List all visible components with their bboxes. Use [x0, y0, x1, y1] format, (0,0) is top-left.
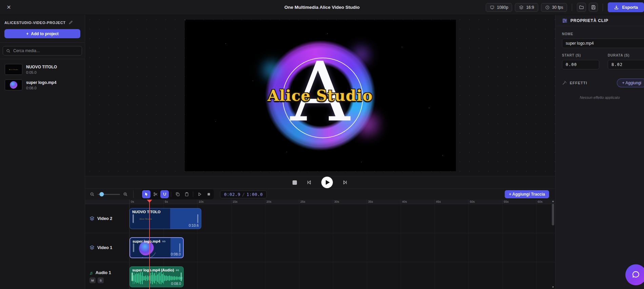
clip-name-input[interactable]	[562, 39, 644, 48]
trim-handle-left[interactable]	[132, 272, 133, 281]
media-name: NUOVO TITOLO	[26, 65, 57, 69]
timeline: 0s 5s 10s 15s 20s 25s 30s 35s 40s 45s 50…	[85, 200, 555, 289]
media-item-logo-video[interactable]: super logo.mp4 0:08.0	[4, 79, 81, 91]
preview-stop-button[interactable]	[204, 190, 213, 198]
cursor-icon	[144, 192, 149, 197]
clip-super-logo-audio[interactable]: super logo.mp4 (Audio) 0:08.0	[129, 266, 184, 287]
trim-handle-right[interactable]	[179, 243, 181, 252]
ruler-tick: 10s	[199, 200, 204, 203]
resolution-select[interactable]: 1080p	[486, 3, 512, 12]
panel-title: PROPRIETÀ CLIP	[570, 18, 608, 23]
layers-icon	[519, 5, 524, 10]
add-to-project-label: Add to project	[31, 31, 58, 36]
zoom-in-icon[interactable]	[123, 192, 128, 197]
preview-play-button[interactable]	[195, 190, 204, 198]
media-item-title[interactable]: Alice Studio NUOVO TITOLO 0:05.0	[4, 63, 81, 75]
link-icon	[162, 240, 166, 243]
copy-button[interactable]	[173, 190, 182, 198]
paste-button[interactable]	[182, 190, 191, 198]
playhead-handle[interactable]	[147, 200, 152, 203]
timecode-current: 0:02.9	[224, 192, 240, 197]
timeline-ruler[interactable]: 0s 5s 10s 15s 20s 25s 30s 35s 40s 45s 50…	[85, 200, 555, 204]
ruler-tick: 25s	[300, 200, 305, 203]
preview-area: A Alice Studio	[85, 15, 555, 176]
skip-start-button[interactable]	[306, 179, 312, 185]
cut-tool-button[interactable]	[151, 190, 160, 198]
trim-handle-left[interactable]	[133, 214, 134, 223]
add-track-button[interactable]: + Aggiungi Traccia	[505, 190, 549, 198]
media-thumbnail: Alice Studio	[5, 64, 22, 75]
chat-bubble-icon	[631, 270, 641, 280]
aspect-ratio-select[interactable]: 16:9	[515, 3, 538, 12]
clip-super-logo[interactable]: super logo.mp4 0:08.0	[129, 237, 184, 258]
track-audio-1: ♫ Audio 1 M S super logo.mp4 (Audio)	[85, 262, 555, 289]
ruler-tick: 0s	[131, 200, 134, 203]
play-outline-icon	[197, 192, 202, 197]
scrollbar-thumb[interactable]	[552, 204, 554, 225]
paste-icon	[184, 192, 189, 197]
download-icon	[614, 5, 619, 10]
solo-button[interactable]: S	[98, 277, 104, 283]
media-duration: 0:05.0	[26, 70, 57, 74]
mute-button[interactable]: M	[89, 277, 96, 283]
clip-start-input[interactable]	[562, 60, 599, 69]
magnet-icon	[162, 192, 167, 197]
scroll-up-arrow[interactable]: ▲	[552, 200, 555, 203]
save-project-button[interactable]	[589, 3, 598, 12]
scroll-down-arrow[interactable]: ▼	[552, 286, 555, 289]
zoom-out-icon[interactable]	[90, 192, 95, 197]
ruler-tick: 40s	[402, 200, 407, 203]
zoom-slider[interactable]	[98, 194, 120, 195]
snap-tool-button[interactable]	[160, 190, 169, 198]
stop-button[interactable]	[293, 180, 297, 185]
divider	[133, 191, 134, 198]
monitor-icon	[490, 5, 495, 10]
ruler-tick: 20s	[266, 200, 271, 203]
ruler-tick: 55s	[504, 200, 509, 203]
select-tool-button[interactable]	[142, 190, 150, 198]
zoom-slider-knob[interactable]	[100, 192, 104, 197]
clip-duration: 0:08.0	[171, 252, 181, 256]
trim-handle-right[interactable]	[197, 214, 199, 223]
clip-label: super logo.mp4 (Audio)	[132, 268, 174, 272]
ruler-tick: 15s	[233, 200, 238, 203]
trim-handle-right[interactable]	[181, 272, 182, 281]
trim-handle-left[interactable]	[133, 243, 134, 252]
skip-start-icon	[306, 179, 312, 185]
start-label: START (S)	[562, 53, 599, 57]
play-button[interactable]	[321, 177, 333, 188]
app-window: ✕ One Multimedia Alice Video Studio 1080…	[0, 0, 644, 289]
clip-duration-input[interactable]	[608, 60, 644, 69]
clock-icon	[545, 5, 550, 10]
ruler-tick: 5s	[165, 200, 168, 203]
media-name: super logo.mp4	[26, 80, 56, 85]
skip-end-button[interactable]	[342, 179, 348, 185]
layers-icon	[89, 216, 95, 221]
open-project-button[interactable]	[577, 3, 586, 12]
edit-pencil-icon[interactable]	[68, 20, 73, 25]
clip-duration: 0:08.0	[171, 282, 181, 286]
close-button[interactable]: ✕	[5, 3, 13, 12]
add-to-project-button[interactable]: + Add to project	[4, 29, 80, 38]
chat-fab-button[interactable]	[625, 264, 644, 285]
save-icon	[591, 5, 596, 10]
add-effect-button[interactable]: + Aggiungi	[617, 79, 644, 87]
name-label: NOME	[562, 32, 644, 36]
timecode-display: 0:02.9/1:00.0	[220, 191, 267, 198]
tool-group	[141, 189, 214, 199]
logo-title: Alice Studio	[267, 87, 373, 104]
scissors-icon	[153, 192, 158, 197]
timecode-total: 1:00.0	[246, 192, 263, 197]
track-video-2: Video 2 Alice Studio NUOVO TITOLO	[85, 204, 555, 233]
clip-nuovo-titolo[interactable]: Alice Studio NUOVO TITOLO 0:10.6	[129, 208, 201, 229]
track-name: Audio 1	[96, 270, 111, 275]
stop-filled-icon	[206, 192, 211, 197]
clip-duration: 0:10.6	[189, 223, 199, 227]
ruler-tick: 30s	[334, 200, 339, 203]
framerate-select[interactable]: 30 fps	[541, 3, 567, 12]
play-icon	[321, 177, 333, 188]
search-input[interactable]	[13, 48, 79, 53]
export-button[interactable]: Esporta	[608, 2, 644, 12]
music-note-icon: ♫	[89, 270, 93, 275]
export-label: Esporta	[622, 5, 638, 10]
